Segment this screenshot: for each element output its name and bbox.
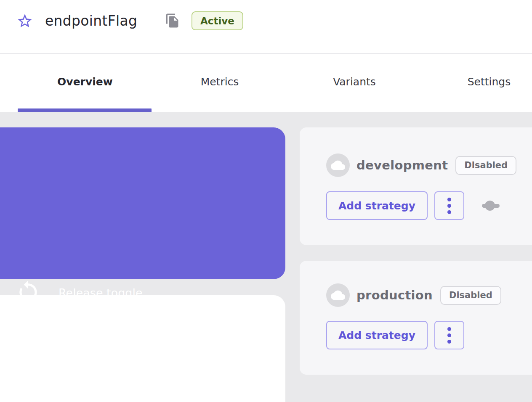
environment-card-title: production [356,288,433,302]
environment-switch-icon[interactable] [482,201,500,211]
kebab-dot [447,204,451,208]
add-strategy-button[interactable]: Add strategy [326,321,428,349]
tab-metrics[interactable]: Metrics [152,54,287,109]
enabled-environments-card: Enabled in environments (0) development … [0,295,285,402]
kebab-dot [447,333,451,337]
flag-tabbar: Overview Metrics Variants Settings [0,54,532,112]
kebab-dot [447,198,451,201]
tab-overview[interactable]: Overview [18,54,152,109]
flag-type-card: Release toggle Project: default No descr… [0,127,285,279]
tab-settings[interactable]: Settings [422,54,532,109]
copy-icon[interactable] [165,12,180,29]
kebab-dot [447,340,451,344]
tab-variants[interactable]: Variants [287,54,422,109]
flag-header: endpointFlag Active [0,0,532,54]
status-badge: Active [192,11,243,30]
add-strategy-button[interactable]: Add strategy [326,191,428,220]
favorite-star-icon[interactable] [16,13,33,29]
environment-card-production: production Disabled Add strategy [300,261,532,375]
environment-card-title: development [356,158,448,172]
cloud-icon [331,288,345,302]
environment-card-development: development Disabled Add strategy [300,127,532,245]
environment-status-badge: Disabled [440,286,501,305]
more-actions-button[interactable] [434,191,464,220]
cloud-icon [331,158,345,172]
more-actions-button[interactable] [434,321,464,349]
page-title: endpointFlag [45,13,137,29]
active-tab-indicator [18,108,152,112]
kebab-dot [447,327,451,331]
kebab-dot [447,210,451,214]
environment-status-badge: Disabled [455,156,516,175]
environment-avatar [326,153,350,177]
environment-avatar [326,283,350,307]
switch-knob [485,201,495,211]
